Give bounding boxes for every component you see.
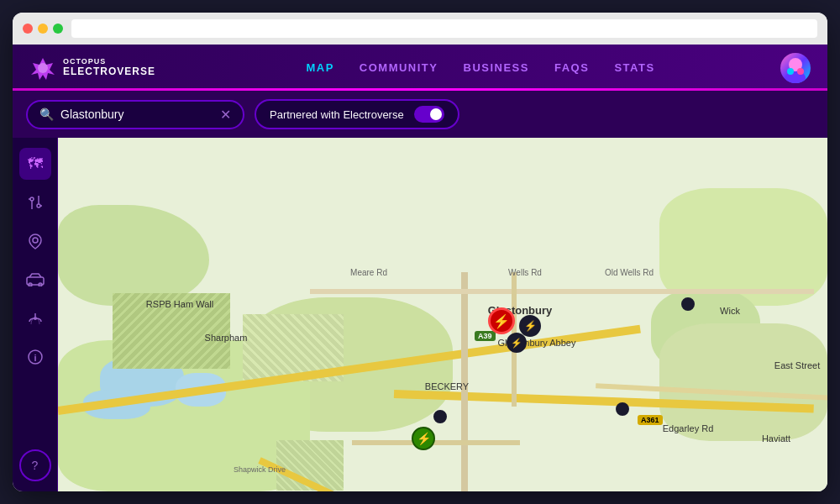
sidebar-btn-info[interactable]: i xyxy=(19,341,51,373)
marker-small-4[interactable] xyxy=(681,297,695,311)
dot-yellow[interactable] xyxy=(38,24,48,34)
logo-area: octopus ELECTROVERSE xyxy=(29,55,155,81)
svg-point-4 xyxy=(787,68,794,75)
nav-links: MAP COMMUNITY BUSINESS FAQS STATS xyxy=(181,58,780,77)
nav-link-stats[interactable]: STATS xyxy=(614,58,654,77)
app-container: octopus ELECTROVERSE MAP COMMUNITY BUSIN… xyxy=(13,45,827,491)
svg-text:i: i xyxy=(34,353,36,363)
octopus-logo-icon xyxy=(29,55,56,81)
road-e-w-1 xyxy=(310,289,814,294)
toggle-switch[interactable] xyxy=(414,106,444,123)
search-clear-button[interactable]: ✕ xyxy=(220,107,231,123)
top-navigation: octopus ELECTROVERSE MAP COMMUNITY BUSIN… xyxy=(13,45,827,91)
green-area-3 xyxy=(659,188,827,306)
svg-point-1 xyxy=(38,63,48,73)
address-bar[interactable] xyxy=(71,19,817,38)
sidebar: 🗺 i ? xyxy=(13,138,58,491)
charging-marker-green-1[interactable]: ⚡ xyxy=(412,427,435,450)
svg-point-6 xyxy=(30,197,34,201)
search-area: 🔍 Glastonbury ✕ Partnered with Electrove… xyxy=(13,91,827,138)
help-label: ? xyxy=(32,459,39,472)
sidebar-btn-filters[interactable] xyxy=(19,186,51,218)
partner-filter-toggle[interactable]: Partnered with Electroverse xyxy=(255,99,459,129)
search-input[interactable]: Glastonbury xyxy=(60,108,213,121)
main-content: 🗺 i ? xyxy=(13,138,827,491)
svg-point-5 xyxy=(797,68,804,75)
user-avatar[interactable] xyxy=(780,53,811,83)
logo-text: octopus ELECTROVERSE xyxy=(63,58,155,77)
marker-small-2[interactable] xyxy=(616,402,629,416)
sidebar-help-button[interactable]: ? xyxy=(19,449,51,481)
road-label-a361: A361 xyxy=(638,415,663,425)
svg-point-12 xyxy=(33,238,38,243)
svg-point-7 xyxy=(37,204,40,207)
browser-window: octopus ELECTROVERSE MAP COMMUNITY BUSIN… xyxy=(13,13,827,491)
road-n-s-1 xyxy=(461,272,468,491)
sidebar-btn-broadcast[interactable] xyxy=(19,302,51,334)
svg-point-16 xyxy=(34,317,37,320)
nav-link-community[interactable]: COMMUNITY xyxy=(360,58,438,77)
marker-small-1[interactable] xyxy=(433,410,447,423)
browser-dots xyxy=(23,24,63,34)
dot-green[interactable] xyxy=(53,24,63,34)
sidebar-btn-map[interactable]: 🗺 xyxy=(19,148,51,180)
browser-chrome xyxy=(13,13,827,45)
road-e-w-2 xyxy=(352,440,520,445)
logo-electroverse: ELECTROVERSE xyxy=(63,66,155,77)
farmland-2 xyxy=(113,293,230,369)
green-area-6 xyxy=(659,323,827,441)
sidebar-btn-vehicle[interactable] xyxy=(19,264,51,296)
dot-red[interactable] xyxy=(23,24,33,34)
charging-marker-dark-2[interactable]: ⚡ xyxy=(507,333,527,353)
map-container[interactable]: RSPB Ham Wall Sharpham Glastonbury Glast… xyxy=(58,138,827,491)
charging-marker-main[interactable]: ⚡ xyxy=(488,307,515,334)
nav-link-map[interactable]: MAP xyxy=(306,58,333,77)
sidebar-btn-location[interactable] xyxy=(19,225,51,257)
road-label-a39: A39 xyxy=(475,331,496,341)
filter-label: Partnered with Electroverse xyxy=(270,108,404,121)
charging-marker-dark-1[interactable]: ⚡ xyxy=(519,315,541,337)
search-icon: 🔍 xyxy=(39,108,54,121)
search-box[interactable]: 🔍 Glastonbury ✕ xyxy=(26,100,244,129)
nav-link-faqs[interactable]: FAQS xyxy=(554,58,589,77)
nav-link-business[interactable]: BUSINESS xyxy=(464,58,529,77)
